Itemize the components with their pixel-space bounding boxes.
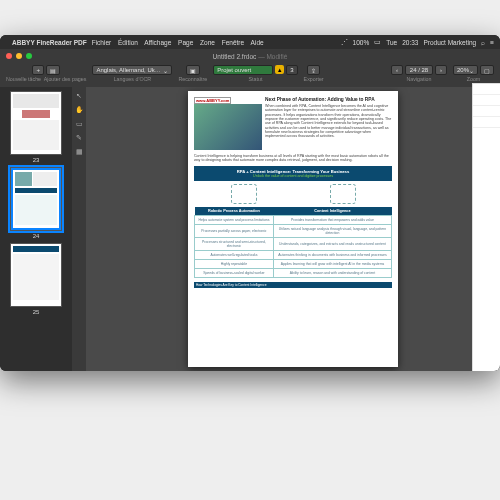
pointer-tool-icon[interactable]: ↖ <box>75 91 84 100</box>
page-thumbnail[interactable] <box>10 243 62 307</box>
background-window[interactable] <box>472 83 500 371</box>
navigation-label: Navigation <box>406 76 431 82</box>
battery-percent: 100% <box>353 39 370 46</box>
document-page: www.ABBYY.com Next Phase of Automation: … <box>188 91 398 367</box>
new-task-label: Nouvelle tâche <box>6 76 41 82</box>
menu-view[interactable]: Affichage <box>144 39 171 46</box>
document-view[interactable]: www.ABBYY.com Next Phase of Automation: … <box>86 87 500 371</box>
recognize-label: Reconnaître <box>178 76 207 82</box>
add-pages-button[interactable]: ▤ <box>46 65 60 75</box>
macos-menubar: ABBYY FineReader PDF Fichier Édition Aff… <box>0 35 500 49</box>
menu-edit[interactable]: Édition <box>118 39 138 46</box>
control-center-icon[interactable]: ≡ <box>490 39 494 46</box>
status-label: Statut <box>249 76 263 82</box>
zoom-label: Zoom <box>467 76 481 82</box>
open-project-label: Projet ouvert <box>217 67 251 73</box>
table-row: Processes partially across paper, electr… <box>195 224 392 237</box>
clock-day: Tue <box>386 39 397 46</box>
hero-image <box>194 104 262 150</box>
comparison-table: Robotic Process Automation Content Intel… <box>194 207 392 278</box>
menu-window[interactable]: Fenêtre <box>222 39 244 46</box>
page-url: www.ABBYY.com <box>194 97 231 104</box>
edit-tool-icon[interactable]: ✎ <box>75 133 84 142</box>
app-name[interactable]: ABBYY FineReader PDF <box>12 39 87 46</box>
band-subtitle: Unlock the value of content and digitize… <box>196 174 390 178</box>
zoom-dropdown[interactable]: 20% ⌄ <box>453 65 478 75</box>
menubar-app-right[interactable]: Product Marketing <box>423 39 476 46</box>
status-warning-badge[interactable]: ▲ <box>275 65 284 74</box>
next-page-button[interactable]: › <box>435 65 447 75</box>
wifi-icon[interactable]: ⋰ <box>341 38 348 46</box>
export-button[interactable]: ⇪ <box>307 65 320 75</box>
page-number: 24 <box>33 233 40 239</box>
prev-page-button[interactable]: ‹ <box>391 65 403 75</box>
chevron-down-icon: ⌄ <box>163 67 168 74</box>
ocr-language-dropdown[interactable]: Anglais, Allemand, Uk… ⌄ <box>92 65 172 75</box>
page-thumbnails-pane: 23 24 25 <box>0 87 72 371</box>
section-band: RPA + Content Intelligence: Transforming… <box>194 166 392 181</box>
menu-file[interactable]: Fichier <box>92 39 112 46</box>
page-indicator[interactable]: 24 / 28 <box>405 65 433 75</box>
menu-page[interactable]: Page <box>178 39 193 46</box>
page-number: 25 <box>33 309 40 315</box>
text-area-tool-icon[interactable]: ▭ <box>75 119 84 128</box>
document-title: Untitled 2.frdoc <box>213 53 257 60</box>
table-row: Speeds of business-scaled digital worker… <box>195 268 392 277</box>
page-thumbnail[interactable] <box>10 91 62 155</box>
open-project-button[interactable]: Projet ouvert <box>213 65 273 75</box>
editor-tool-strip: ↖ ✋ ▭ ✎ ▦ <box>72 87 86 371</box>
battery-icon: ▭ <box>374 38 381 46</box>
table-header: Robotic Process Automation <box>195 207 274 216</box>
window-titlebar: Untitled 2.frdoc — Modifié <box>0 49 500 63</box>
table-row: Highly repeatableApplies learning that w… <box>195 259 392 268</box>
menu-help[interactable]: Aide <box>251 39 264 46</box>
hand-tool-icon[interactable]: ✋ <box>75 105 84 114</box>
zoom-fit-button[interactable]: ▢ <box>480 65 494 75</box>
recognize-button[interactable]: ▣ <box>186 65 200 75</box>
add-pages-label: Ajouter des pages <box>44 76 87 82</box>
ocr-language-label: Langues d'OCR <box>114 76 152 82</box>
table-row: Helps automate system and process limita… <box>195 215 392 224</box>
clock-time: 20:33 <box>402 39 418 46</box>
status-count-badge: 3 <box>286 65 297 75</box>
rpa-icon <box>231 184 257 204</box>
document-modified-label: Modifié <box>266 53 287 60</box>
table-header: Content Intelligence <box>273 207 391 216</box>
export-label: Exporter <box>304 76 324 82</box>
page-footer: How Technologies Are Key to Content Inte… <box>194 282 392 288</box>
new-task-button[interactable]: + <box>32 65 44 75</box>
table-row: Automates well-regulated tasksAutomates … <box>195 250 392 259</box>
menu-zone[interactable]: Zone <box>200 39 215 46</box>
app-menus: Fichier Édition Affichage Page Zone Fenê… <box>92 39 269 46</box>
hero-paragraph: When combined with RPA, Content Intellig… <box>265 104 392 139</box>
page-number: 23 <box>33 157 40 163</box>
hero-title: Next Phase of Automation: Adding Value t… <box>265 97 392 102</box>
ci-icon <box>330 184 356 204</box>
spotlight-icon[interactable]: ⌕ <box>481 39 485 46</box>
ocr-language-value: Anglais, Allemand, Uk… <box>96 67 160 73</box>
hero-paragraph-2: Content Intelligence is helping transfor… <box>194 154 392 163</box>
table-row: Processes structured and semi-structured… <box>195 237 392 250</box>
page-thumbnail-selected[interactable] <box>10 167 62 231</box>
main-toolbar: + ▤ Nouvelle tâche Ajouter des pages Ang… <box>0 63 500 87</box>
table-tool-icon[interactable]: ▦ <box>75 147 84 156</box>
